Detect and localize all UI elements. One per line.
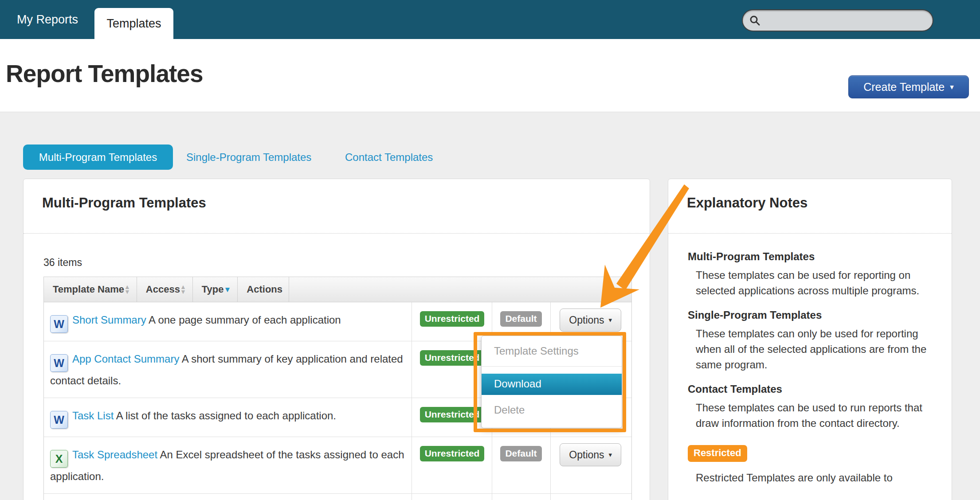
table-row: XOpen or Unsubmitted Forms A list of all… — [44, 494, 631, 500]
template-name-link[interactable]: Task List — [72, 410, 114, 422]
tab-multi-program-templates[interactable]: Multi-Program Templates — [23, 145, 173, 170]
template-name-cell: XOpen or Unsubmitted Forms A list of all… — [44, 494, 412, 500]
access-badge: Unrestricted — [420, 407, 485, 422]
options-label: Options — [569, 449, 604, 461]
create-template-label: Create Template — [863, 81, 945, 94]
sort-icon[interactable] — [124, 285, 130, 294]
table-header-cell[interactable]: Access — [137, 277, 193, 302]
document-type-icon: W — [50, 354, 68, 372]
access-cell: Unrestricted — [412, 302, 493, 341]
dropdown-menu-item[interactable]: Download — [482, 374, 622, 395]
explanatory-notes-panel: Explanatory Notes Multi-Program Template… — [668, 179, 952, 500]
page-header: Report Templates Create Template ▾ — [0, 39, 980, 112]
nav-item-my-reports[interactable]: My Reports — [17, 0, 78, 39]
search-icon — [749, 15, 760, 26]
note-section: Multi-Program Templates These templates … — [688, 250, 932, 298]
access-cell: Unrestricted — [412, 341, 493, 398]
template-name-link[interactable]: Short Summary — [72, 314, 146, 326]
note-section-text: These templates can be used to run repor… — [688, 400, 936, 431]
access-cell: Unrestricted — [412, 494, 493, 500]
chevron-down-icon: ▾ — [609, 451, 612, 459]
actions-cell: Options ▾ — [551, 302, 631, 341]
note-section-text: These templates can be used for reportin… — [688, 267, 936, 298]
type-cell: Default — [492, 437, 551, 493]
templates-panel-header: Multi-Program Templates — [24, 179, 650, 234]
access-badge: Unrestricted — [420, 350, 485, 366]
type-cell: Default — [492, 302, 551, 341]
actions-cell: Options ▾ — [551, 437, 631, 493]
access-badge: Unrestricted — [420, 311, 485, 327]
type-badge: Default — [500, 446, 541, 461]
document-type-icon: W — [50, 315, 68, 333]
template-name-link[interactable]: Task Spreadsheet — [72, 449, 157, 461]
options-button[interactable]: Options ▾ — [560, 309, 621, 332]
type-badge: Default — [500, 311, 541, 327]
note-section-heading: Contact Templates — [688, 383, 932, 395]
items-count: 36 items — [43, 257, 650, 269]
template-name-cell: WApp Contact Summary A short summary of … — [44, 341, 412, 398]
document-type-icon: X — [50, 450, 68, 468]
column-label: Actions — [247, 284, 282, 295]
template-description: A one page summary of each application — [149, 314, 341, 326]
template-name-cell: WShort Summary A one page summary of eac… — [44, 302, 412, 341]
content-area: Multi-Program Templates Single-Program T… — [0, 112, 980, 500]
templates-panel-title: Multi-Program Templates — [42, 195, 631, 211]
note-section-heading: Single-Program Templates — [688, 309, 932, 321]
chevron-down-icon: ▾ — [950, 83, 954, 91]
note-clipped-text: Restricted Templates are only available … — [688, 470, 936, 485]
notes-panel-header: Explanatory Notes — [668, 179, 952, 234]
note-section: Contact Templates These templates can be… — [688, 383, 932, 431]
report-templates-page: My Reports Templates Report Templates Cr… — [0, 0, 980, 500]
options-label: Options — [569, 314, 604, 326]
dropdown-menu-item[interactable]: Delete — [482, 395, 622, 425]
template-description: A list of the tasks assigned to each app… — [116, 410, 336, 422]
column-label: Type — [202, 284, 224, 295]
table-header-cell[interactable]: Actions — [238, 277, 289, 302]
table-header-cell[interactable]: Template Name — [44, 277, 137, 302]
top-navbar: My Reports Templates — [0, 0, 980, 39]
create-template-button[interactable]: Create Template ▾ — [848, 75, 969, 98]
note-section-heading: Multi-Program Templates — [688, 250, 932, 263]
notes-panel-title: Explanatory Notes — [687, 195, 933, 211]
tab-contact-templates[interactable]: Contact Templates — [345, 145, 433, 170]
document-type-icon: W — [50, 411, 68, 429]
table-header-row: Template Name Access Type — [44, 277, 631, 302]
search-input[interactable] — [765, 14, 926, 27]
restricted-badge: Restricted — [688, 445, 747, 462]
note-section: Single-Program Templates These templates… — [688, 309, 932, 372]
column-label: Access — [146, 284, 180, 295]
table-row: XTask Spreadsheet An Excel spreadsheet o… — [44, 437, 631, 494]
column-label: Template Name — [53, 284, 124, 295]
dropdown-menu-item[interactable]: Template Settings — [482, 336, 622, 367]
table-header-cell[interactable]: Type — [193, 277, 238, 302]
access-badge: Unrestricted — [420, 446, 485, 461]
notes-body: Multi-Program Templates These templates … — [668, 234, 952, 485]
note-section-text: These templates can only be used for rep… — [688, 326, 936, 372]
sort-icon[interactable] — [180, 285, 186, 294]
template-name-cell: WTask List A list of the tasks assigned … — [44, 398, 412, 437]
access-cell: Unrestricted — [412, 437, 493, 493]
search-box[interactable] — [742, 9, 933, 31]
template-name-link[interactable]: App Contact Summary — [72, 353, 179, 365]
template-name-cell: XTask Spreadsheet An Excel spreadsheet o… — [44, 437, 412, 493]
page-title: Report Templates — [6, 59, 203, 88]
sort-icon[interactable] — [224, 286, 231, 293]
options-dropdown-menu: Template Settings Download Delete — [481, 336, 622, 428]
access-cell: Unrestricted — [412, 398, 493, 437]
actions-cell: Options ▾ — [551, 494, 631, 500]
type-cell: Default — [492, 494, 551, 500]
tab-single-program-templates[interactable]: Single-Program Templates — [186, 145, 311, 170]
options-button[interactable]: Options ▾ — [560, 443, 621, 466]
chevron-down-icon: ▾ — [609, 316, 612, 324]
nav-tab-templates[interactable]: Templates — [94, 8, 173, 39]
